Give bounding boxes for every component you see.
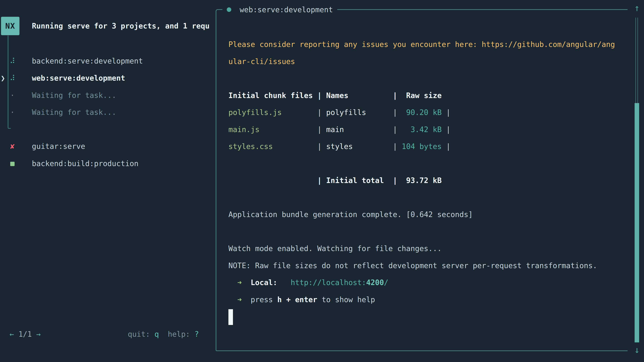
selected-task-chevron-icon: ❯ [1, 74, 8, 82]
waiting-dot-icon: · [9, 108, 16, 116]
task-row[interactable]: ✘guitar:serve [0, 138, 215, 155]
cross-icon: ✘ [9, 142, 16, 150]
output-line: | Initial total | 93.72 kB [228, 172, 615, 189]
output-line: Initial chunk files | Names | Raw size [228, 87, 615, 104]
output-text: | Initial total | 93.72 kB [228, 176, 442, 185]
pager-space [32, 330, 36, 338]
output-text: | [442, 142, 451, 151]
output-text: | [442, 108, 451, 117]
output-line: ular-cli/issues [228, 53, 615, 70]
pager-count-value: 1/1 [18, 330, 32, 338]
output-text: Local: [250, 278, 277, 287]
task-label: Waiting for task... [32, 91, 116, 99]
scrollbar-up-icon[interactable]: ↑ [632, 3, 642, 13]
output-line: ➜ press h + enter to show help [228, 291, 615, 308]
output-line: NOTE: Raw file sizes do not reflect deve… [228, 257, 615, 274]
output-line [228, 155, 615, 172]
task-row[interactable]: backend:build:production [0, 155, 215, 172]
output-text: | [442, 125, 451, 134]
square-icon [9, 159, 16, 168]
output-line: Application bundle generation complete. … [228, 206, 615, 223]
pager-count [14, 330, 18, 338]
nx-logo-badge: NX [1, 17, 20, 35]
output-text: | [344, 125, 410, 134]
output-text [242, 278, 250, 287]
task-row[interactable]: ⠼backend:serve:development [0, 52, 215, 69]
output-text: | [282, 108, 326, 117]
task-row[interactable]: ·Waiting for task... [0, 87, 215, 104]
output-text: 3.42 kB [410, 125, 442, 134]
output-text: styles [326, 142, 353, 151]
task-label: backend:serve:development [32, 57, 143, 65]
output-text: press [250, 295, 277, 304]
scrollbar-down-icon[interactable]: ↓ [632, 345, 642, 355]
output-text [228, 278, 237, 287]
panel-title-chip: web:serve:development [222, 1, 337, 18]
task-output-panel: web:serve:development Please consider re… [216, 9, 628, 351]
output-line: styles.css | styles | 104 bytes | [228, 138, 615, 155]
terminal-output: Please consider reporting any issues you… [228, 36, 615, 325]
output-text: NOTE: Raw file sizes do not reflect deve… [228, 261, 597, 270]
local-url-link[interactable]: http://localhost: [291, 278, 366, 287]
output-text: Watch mode enabled. Watching for file ch… [228, 244, 442, 253]
output-text: main [326, 125, 344, 134]
output-line: main.js | main | 3.42 kB | [228, 121, 615, 138]
running-status-dot-icon [227, 7, 231, 12]
output-line: Watch mode enabled. Watching for file ch… [228, 240, 615, 257]
output-text [228, 295, 237, 304]
scrollbar-thumb[interactable] [634, 103, 639, 343]
spinner-icon: ⠼ [9, 57, 16, 65]
output-line [228, 189, 615, 206]
pager-next-icon[interactable]: → [36, 330, 41, 338]
output-text: Please consider reporting any issues you… [228, 40, 615, 49]
task-sidebar: NX Running serve for 3 projects, and 1 r… [0, 0, 215, 362]
task-row[interactable]: ·Waiting for task... [0, 104, 215, 120]
output-text: | [273, 142, 326, 151]
output-line: polyfills.js | polyfills | 90.20 kB | [228, 104, 615, 121]
output-line: Please consider reporting any issues you… [228, 36, 615, 53]
output-text: main.js [228, 125, 260, 134]
spinner-icon: ⠼ [9, 74, 16, 82]
pager-prev-icon[interactable]: ← [10, 330, 14, 338]
output-text [242, 295, 250, 304]
shortcut-space [159, 330, 168, 338]
output-text: polyfills.js [228, 108, 282, 117]
local-url-link[interactable]: / [384, 278, 388, 287]
output-line [228, 308, 615, 325]
output-text: | [260, 125, 326, 134]
output-line: ➜ Local: http://localhost:4200/ [228, 274, 615, 291]
task-label: web:serve:development [32, 74, 125, 82]
square-icon [10, 162, 14, 166]
output-text: to show help [317, 295, 375, 304]
output-line [228, 223, 615, 240]
output-text [277, 278, 290, 287]
output-text: h + enter [277, 295, 317, 304]
output-text: styles.css [228, 142, 273, 151]
task-label: backend:build:production [32, 159, 138, 168]
shortcut-help-label: help: [168, 330, 190, 338]
task-row[interactable]: ❯⠼web:serve:development [0, 69, 215, 86]
output-text: Initial chunk files | Names | Raw size [228, 91, 442, 100]
panel-title: web:serve:development [240, 5, 333, 14]
output-text: 90.20 kB [406, 108, 442, 117]
task-label: guitar:serve [32, 142, 85, 150]
output-text: polyfills [326, 108, 366, 117]
pager: ← 1/1 → [10, 326, 40, 343]
local-url-link[interactable]: 4200 [366, 278, 384, 287]
output-text: Application bundle generation complete. … [228, 210, 473, 219]
task-label: Waiting for task... [32, 108, 116, 116]
output-text: | [366, 108, 406, 117]
scrollbar-track[interactable] [636, 17, 638, 103]
app-title: Running serve for 3 projects, and 1 requ [32, 17, 210, 34]
shortcut-space [190, 330, 194, 338]
output-text: | [353, 142, 402, 151]
output-text: 104 bytes [402, 142, 442, 151]
waiting-dot-icon: · [9, 91, 16, 99]
shortcut-quit-key: q [154, 330, 159, 338]
terminal-cursor [228, 309, 233, 325]
shortcut-space [150, 330, 154, 338]
shortcut-bar: quit: q help: ? [128, 326, 199, 343]
shortcut-quit-label: quit: [128, 330, 150, 338]
shortcut-help-key: ? [194, 330, 199, 338]
output-text: ➜ [237, 295, 242, 304]
